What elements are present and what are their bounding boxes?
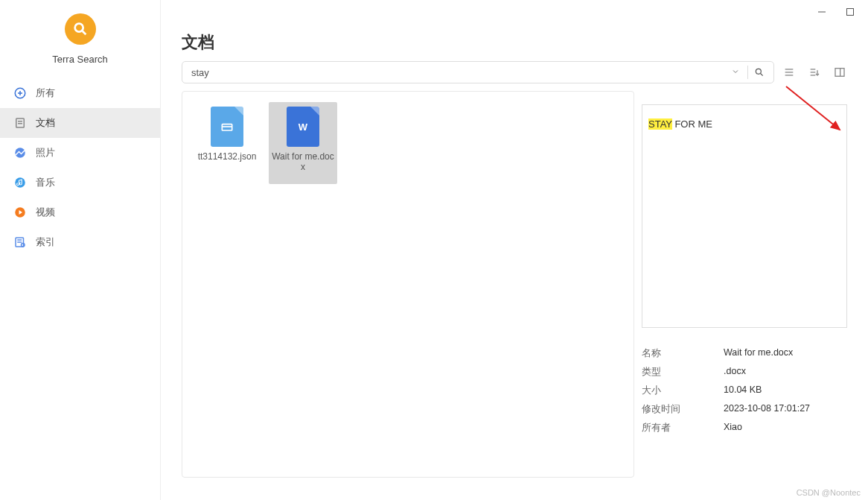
sidebar-item-photos[interactable]: 照片 xyxy=(0,138,160,168)
file-grid: tt3114132.json W Wait for me.docx xyxy=(182,91,634,478)
main-area: 文档 tt3114132.json xyxy=(161,0,868,500)
app-name: Terra Search xyxy=(52,54,107,65)
detail-label-owner: 所有者 xyxy=(642,422,724,434)
app-logo-block: Terra Search xyxy=(0,0,160,75)
sort-button[interactable] xyxy=(807,65,822,80)
file-details: 名称 Wait for me.docx 类型 .docx 大小 10.04 KB… xyxy=(642,344,847,437)
file-name-label: tt3114132.json xyxy=(195,151,260,162)
panel-toggle-button[interactable] xyxy=(832,65,847,80)
sidebar-item-index[interactable]: 索引 xyxy=(0,227,160,257)
sidebar-item-label: 索引 xyxy=(36,235,55,249)
svg-point-16 xyxy=(756,69,761,74)
preview-highlight: STAY xyxy=(648,118,672,130)
svg-rect-1 xyxy=(847,9,854,16)
preview-text: FOR ME xyxy=(672,118,712,130)
search-input[interactable] xyxy=(191,67,727,78)
music-icon xyxy=(13,176,27,189)
page-title: 文档 xyxy=(161,21,868,61)
detail-value-size: 10.04 KB xyxy=(724,385,847,397)
file-name-label: Wait for me.docx xyxy=(269,151,337,173)
detail-label-size: 大小 xyxy=(642,385,724,397)
app-logo-icon xyxy=(65,13,96,45)
sidebar-item-label: 所有 xyxy=(36,86,55,100)
detail-value-name: Wait for me.docx xyxy=(724,347,847,360)
svg-line-3 xyxy=(82,31,86,35)
detail-label-type: 类型 xyxy=(642,366,724,379)
sidebar-item-label: 照片 xyxy=(36,146,55,159)
all-icon xyxy=(13,86,27,100)
search-button[interactable] xyxy=(751,67,768,77)
json-file-icon xyxy=(211,107,243,147)
detail-value-owner: Xiao xyxy=(724,422,847,434)
sidebar-item-label: 视频 xyxy=(36,206,55,219)
preview-panel: STAY FOR ME 名称 Wait for me.docx 类型 .docx… xyxy=(642,91,847,478)
index-icon xyxy=(13,235,27,249)
watermark: CSDN @Noontec xyxy=(797,488,861,497)
chevron-down-icon[interactable] xyxy=(727,67,744,78)
photo-icon xyxy=(13,146,27,159)
sidebar-item-label: 音乐 xyxy=(36,176,55,189)
svg-point-2 xyxy=(74,24,83,32)
file-item-docx[interactable]: W Wait for me.docx xyxy=(269,102,337,184)
search-box[interactable] xyxy=(182,61,774,83)
list-view-button[interactable] xyxy=(782,65,797,80)
sidebar-item-label: 文档 xyxy=(36,116,55,130)
sidebar-item-video[interactable]: 视频 xyxy=(0,197,160,227)
sidebar-item-documents[interactable]: 文档 xyxy=(0,108,160,138)
sidebar-item-music[interactable]: 音乐 xyxy=(0,168,160,197)
video-icon xyxy=(13,206,27,219)
minimize-button[interactable] xyxy=(814,4,829,19)
sidebar: Terra Search 所有 文档 照片 音乐 视频 xyxy=(0,0,161,500)
sidebar-item-all[interactable]: 所有 xyxy=(0,78,160,108)
file-item-json[interactable]: tt3114132.json xyxy=(193,102,261,184)
maximize-button[interactable] xyxy=(843,4,858,19)
detail-value-type: .docx xyxy=(724,366,847,379)
document-icon xyxy=(13,116,27,130)
detail-label-modified: 修改时间 xyxy=(642,403,724,416)
detail-value-modified: 2023-10-08 17:01:27 xyxy=(724,403,847,416)
preview-content: STAY FOR ME xyxy=(642,104,847,328)
svg-line-17 xyxy=(761,74,763,76)
docx-file-icon: W xyxy=(287,107,319,147)
svg-rect-26 xyxy=(222,124,232,130)
detail-label-name: 名称 xyxy=(642,347,724,360)
